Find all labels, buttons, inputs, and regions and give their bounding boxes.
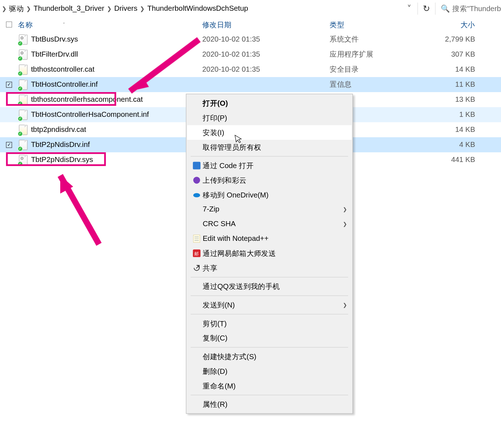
menu-separator — [191, 277, 348, 277]
file-type: 安全目录 — [330, 65, 416, 75]
breadcrumb[interactable]: ❯ 驱动 ❯ Thunderbolt_3_Driver ❯ Drivers ❯ … — [0, 4, 403, 14]
file-row[interactable]: ✓✓TbtHostController.inf置信息11 KB — [0, 77, 501, 92]
chevron-right-icon[interactable]: ❯ — [0, 5, 8, 12]
svg-line-14 — [60, 176, 99, 244]
menu-item-label: 取得管理员所有权 — [203, 142, 347, 152]
column-header-name[interactable]: 名称˅ — [18, 20, 202, 30]
file-name-cell[interactable]: ✓tbthostcontrollerhsacomponent.cat — [18, 94, 202, 105]
menu-item[interactable]: Edit with Notepad++ — [187, 232, 351, 246]
menu-item-label: 移动到 OneDrive(M) — [203, 190, 347, 200]
menu-item[interactable]: 移动到 OneDrive(M) — [187, 187, 351, 202]
address-dropdown[interactable]: ˅ — [403, 4, 416, 14]
menu-item-label: 创建快捷方式(S) — [203, 352, 347, 362]
column-headers: 名称˅ 修改日期 类型 大小 — [0, 17, 501, 32]
svg-point-1 — [193, 177, 200, 184]
menu-item[interactable]: 安装(I) — [187, 125, 351, 140]
file-name: tbthostcontroller.cat — [31, 65, 94, 74]
menu-item[interactable]: 共享 — [187, 261, 351, 275]
annotation-arrow — [43, 163, 112, 255]
breadcrumb-item[interactable]: Drivers — [113, 4, 138, 13]
menu-item[interactable]: 上传到和彩云 — [187, 173, 351, 187]
menu-item[interactable]: 取得管理员所有权 — [187, 140, 351, 154]
menu-item-label: 打印(P) — [203, 113, 347, 123]
menu-item[interactable]: 通过 Code 打开 — [187, 158, 351, 173]
menu-item[interactable]: 打开(O) — [187, 96, 351, 111]
submenu-arrow-icon: ❯ — [343, 302, 347, 308]
file-type: 置信息 — [330, 80, 416, 90]
file-type: 系统文件 — [330, 34, 416, 44]
menu-item[interactable]: 属性(R) — [187, 397, 351, 412]
menu-item[interactable]: CRC SHA❯ — [187, 217, 351, 232]
breadcrumb-item[interactable]: Thunderbolt_3_Driver — [33, 4, 105, 13]
file-row[interactable]: ✓TbtBusDrv.sys2020-10-02 01:35系统文件2,799 … — [0, 32, 501, 47]
menu-item-label: 上传到和彩云 — [203, 175, 347, 185]
onedrive-icon — [191, 192, 203, 197]
menu-item[interactable]: 通过QQ发送到我的手机 — [187, 279, 351, 294]
breadcrumb-item[interactable]: 驱动 — [8, 4, 25, 14]
submenu-arrow-icon: ❯ — [343, 206, 347, 213]
search-placeholder: 搜索"Thunderb — [452, 4, 501, 14]
file-icon: ✓ — [19, 49, 28, 59]
refresh-button[interactable]: ↻ — [420, 2, 433, 15]
file-size: 14 KB — [417, 125, 486, 134]
file-icon: ✓ — [19, 34, 28, 44]
menu-item-label: 剪切(T) — [203, 319, 347, 329]
file-icon: ✓ — [19, 109, 28, 120]
file-name-cell[interactable]: ✓TbtFilterDrv.dll — [18, 49, 202, 59]
menu-item-label: 打开(O) — [203, 98, 347, 108]
file-name-cell[interactable]: ✓TbtHostController.inf — [18, 79, 202, 90]
menu-item-label: 属性(R) — [203, 399, 347, 409]
menu-item[interactable]: 复制(C) — [187, 331, 351, 345]
file-name-cell[interactable]: ✓tbthostcontroller.cat — [18, 64, 202, 75]
breadcrumb-item[interactable]: ThunderboltWindowsDchSetup — [146, 4, 249, 13]
menu-item[interactable]: 邮通过网易邮箱大师发送 — [187, 246, 351, 261]
file-name: tbthostcontrollerhsacomponent.cat — [31, 95, 143, 104]
chevron-right-icon[interactable]: ❯ — [24, 5, 33, 12]
file-modified: 2020-10-02 01:35 — [202, 35, 330, 44]
file-modified: 2020-10-02 01:35 — [202, 50, 330, 59]
file-modified: 2020-10-02 01:35 — [202, 65, 330, 74]
menu-separator — [191, 314, 348, 314]
menu-item[interactable]: 发送到(N)❯ — [187, 297, 351, 312]
file-name-cell[interactable]: ✓TbtP2pNdisDrv.sys — [18, 154, 202, 165]
column-header-modified[interactable]: 修改日期 — [202, 20, 330, 30]
file-name-cell[interactable]: ✓TbtHostControllerHsaComponent.inf — [18, 109, 202, 120]
menu-separator — [191, 395, 348, 395]
context-menu: 打开(O)打印(P)安装(I)取得管理员所有权通过 Code 打开上传到和彩云移… — [186, 94, 353, 414]
menu-item-label: 重命名(M) — [203, 381, 347, 391]
notepad-icon — [191, 235, 203, 243]
file-name-cell[interactable]: ✓TbtP2pNdisDrv.inf — [18, 139, 202, 150]
share-icon — [191, 264, 203, 272]
file-size: 14 KB — [417, 65, 486, 74]
row-checkbox[interactable]: ✓ — [0, 142, 18, 148]
file-name: TbtBusDrv.sys — [31, 35, 78, 44]
address-toolbar: ❯ 驱动 ❯ Thunderbolt_3_Driver ❯ Drivers ❯ … — [0, 0, 501, 17]
menu-item-label: 7-Zip — [203, 205, 343, 214]
menu-item[interactable]: 创建快捷方式(S) — [187, 349, 351, 364]
file-name-cell[interactable]: ✓tbtp2pndisdrv.cat — [18, 124, 202, 135]
menu-item-label: 共享 — [203, 263, 347, 273]
menu-item[interactable]: 删除(D) — [187, 364, 351, 378]
file-name: TbtHostControllerHsaComponent.inf — [31, 110, 149, 119]
file-row[interactable]: ✓TbtFilterDrv.dll2020-10-02 01:35应用程序扩展3… — [0, 47, 501, 62]
column-header-type[interactable]: 类型 — [330, 20, 416, 30]
sort-indicator-icon: ˅ — [63, 22, 65, 28]
menu-item[interactable]: 打印(P) — [187, 110, 351, 125]
row-checkbox[interactable]: ✓ — [0, 81, 18, 87]
file-size: 2,799 KB — [417, 35, 486, 44]
chevron-right-icon[interactable]: ❯ — [105, 5, 113, 12]
search-icon: 🔍 — [441, 4, 450, 13]
menu-item[interactable]: 重命名(M) — [187, 378, 351, 393]
file-name-cell[interactable]: ✓TbtBusDrv.sys — [18, 34, 202, 44]
menu-item[interactable]: 7-Zip❯ — [187, 202, 351, 217]
file-size: 13 KB — [417, 95, 486, 104]
chevron-right-icon[interactable]: ❯ — [138, 5, 147, 12]
column-header-size[interactable]: 大小 — [417, 20, 486, 30]
select-all-checkbox[interactable] — [0, 22, 18, 28]
menu-item-label: 通过 Code 打开 — [203, 161, 347, 171]
file-row[interactable]: ✓tbthostcontroller.cat2020-10-02 01:35安全… — [0, 62, 501, 77]
search-input[interactable]: 🔍 搜索"Thunderb — [437, 4, 501, 14]
menu-item-label: 通过网易邮箱大师发送 — [203, 248, 347, 258]
file-icon: ✓ — [19, 139, 28, 150]
menu-item[interactable]: 剪切(T) — [187, 316, 351, 331]
